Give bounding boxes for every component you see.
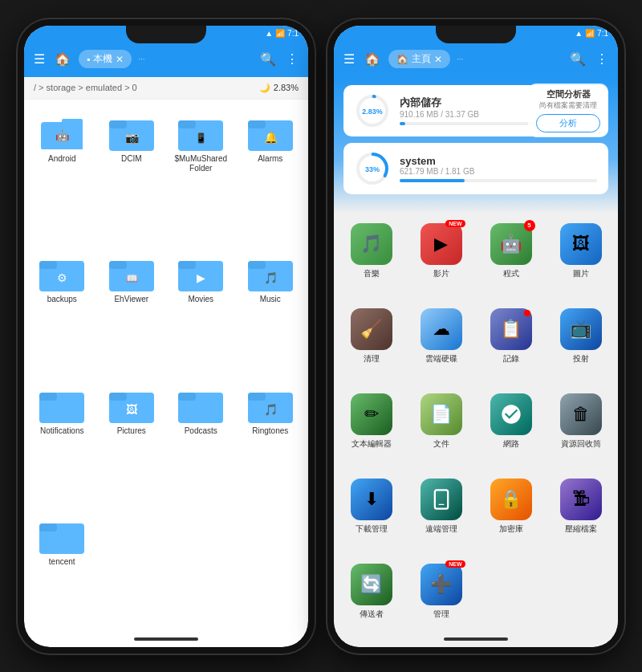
app-encrypt-icon: 🔒 bbox=[490, 479, 532, 520]
search-icon-right[interactable]: 🔍 bbox=[568, 50, 587, 68]
left-phone: ▲ 📶 7:1 ☰ 🏠 ▪ 本機 ✕ ··· 🔍 ⋮ / > storage >… bbox=[18, 19, 315, 654]
folder-music[interactable]: 🎵 Music bbox=[238, 248, 304, 377]
tab-home-close[interactable]: ✕ bbox=[434, 54, 442, 65]
app-clean[interactable]: 🧹 清理 bbox=[339, 305, 404, 385]
app-text-editor-label: 文本編輯器 bbox=[351, 438, 392, 450]
folder-android[interactable]: 🤖 Android bbox=[29, 108, 95, 246]
folder-grid: 🤖 Android 📷 DCIM bbox=[24, 100, 308, 647]
analyzer-title: 空間分析器 bbox=[536, 88, 600, 100]
analyzer-subtitle: 尚有檔案需要清理 bbox=[536, 100, 600, 111]
app-compress[interactable]: 🗜 壓縮檔案 bbox=[548, 475, 613, 556]
app-compress-label: 壓縮檔案 bbox=[565, 523, 597, 535]
folder-ringtones[interactable]: 🎵 Ringtones bbox=[238, 380, 304, 508]
app-trash-label: 資源回收筒 bbox=[561, 438, 601, 450]
app-music[interactable]: 🎵 音樂 bbox=[339, 220, 404, 300]
folder-dcim[interactable]: 📷 DCIM bbox=[99, 108, 165, 246]
app-photos-icon: 🖼 bbox=[560, 223, 602, 265]
system-storage-used: 621.79 MB / 1.81 GB bbox=[400, 167, 597, 176]
app-video[interactable]: ▶ NEW 影片 bbox=[408, 220, 473, 300]
system-storage-circle: 33% bbox=[355, 151, 390, 186]
overflow-icon-left[interactable]: ⋮ bbox=[284, 50, 300, 68]
app-programs[interactable]: 🤖 5 程式 bbox=[478, 220, 543, 300]
app-download[interactable]: ⬇ 下載管理 bbox=[339, 475, 404, 556]
wifi-icon-right: ▲ bbox=[575, 29, 583, 38]
left-screen: ▲ 📶 7:1 ☰ 🏠 ▪ 本機 ✕ ··· 🔍 ⋮ / > storage >… bbox=[24, 26, 308, 647]
menu-icon-right[interactable]: ☰ bbox=[342, 50, 356, 68]
app-text-editor[interactable]: ✏ 文本編輯器 bbox=[339, 390, 404, 470]
top-bar-right: ☰ 🏠 🏠 主頁 ✕ ··· 🔍 ⋮ bbox=[334, 42, 618, 77]
folder-pictures-label: Pictures bbox=[117, 426, 146, 436]
svg-rect-14 bbox=[109, 261, 127, 269]
svg-rect-8 bbox=[248, 120, 266, 128]
folder-tencent[interactable]: tencent bbox=[29, 511, 95, 639]
app-trash-icon: 🗑 bbox=[560, 393, 602, 435]
time-left: 7:1 bbox=[287, 29, 299, 38]
folder-notifications[interactable]: Notifications bbox=[29, 380, 95, 508]
folder-alarms-label: Alarms bbox=[258, 154, 282, 164]
top-bar-left: ☰ 🏠 ▪ 本機 ✕ ··· 🔍 ⋮ bbox=[24, 42, 308, 77]
app-files[interactable]: 📄 文件 bbox=[408, 390, 473, 470]
tab-dots-left: ··· bbox=[138, 55, 144, 63]
svg-text:🔔: 🔔 bbox=[263, 131, 278, 145]
app-network[interactable]: 網路 bbox=[478, 390, 543, 470]
internal-storage-bar bbox=[400, 122, 405, 125]
svg-rect-28 bbox=[178, 393, 196, 401]
storage-section: 空間分析器 尚有檔案需要清理 分析 2.83% 內部儲存 910.16 MB /… bbox=[334, 77, 618, 214]
notch-right bbox=[436, 26, 516, 43]
app-manage[interactable]: ➕ NEW 管理 bbox=[408, 560, 473, 641]
folder-android-label: Android bbox=[48, 154, 75, 164]
badge-dot-records bbox=[524, 310, 530, 316]
folder-ehviewer[interactable]: 📖 EhViewer bbox=[99, 248, 165, 377]
overflow-icon-right[interactable]: ⋮ bbox=[594, 50, 610, 68]
folder-movies[interactable]: ▶ Movies bbox=[168, 248, 234, 377]
folder-alarms[interactable]: 🔔 Alarms bbox=[238, 108, 304, 246]
home-icon-left[interactable]: 🏠 bbox=[53, 50, 72, 68]
app-cloud[interactable]: ☁ 雲端硬碟 bbox=[408, 305, 473, 385]
app-trash[interactable]: 🗑 資源回收筒 bbox=[548, 390, 613, 470]
storage-percent-value: 2.83% bbox=[274, 83, 299, 92]
app-cast[interactable]: 📺 投射 bbox=[548, 305, 613, 385]
folder-podcasts[interactable]: Podcasts bbox=[168, 380, 234, 508]
app-download-icon: ⬇ bbox=[351, 479, 392, 520]
app-manage-label: 管理 bbox=[433, 609, 449, 620]
svg-text:33%: 33% bbox=[365, 165, 380, 173]
tab-icon: ▪ bbox=[87, 54, 90, 65]
badge-num-programs: 5 bbox=[524, 220, 535, 231]
svg-text:📖: 📖 bbox=[125, 272, 137, 284]
notch bbox=[126, 26, 206, 43]
app-sender[interactable]: 🔄 傳送者 bbox=[339, 560, 404, 641]
tab-home[interactable]: 🏠 主頁 ✕ bbox=[388, 50, 450, 68]
app-records[interactable]: 📋 記錄 bbox=[478, 305, 543, 385]
folder-backups[interactable]: ⚙ backups bbox=[29, 248, 95, 377]
folder-pictures[interactable]: 🖼 Pictures bbox=[99, 380, 165, 508]
menu-icon-left[interactable]: ☰ bbox=[32, 50, 47, 68]
tab-local[interactable]: ▪ 本機 ✕ bbox=[79, 50, 132, 68]
app-programs-label: 程式 bbox=[503, 268, 519, 279]
app-sender-icon: 🔄 bbox=[351, 564, 392, 605]
folder-backups-label: backups bbox=[47, 295, 77, 304]
app-encrypt[interactable]: 🔒 加密庫 bbox=[478, 475, 543, 556]
folder-dcim-label: DCIM bbox=[121, 154, 142, 164]
analyze-button[interactable]: 分析 bbox=[536, 114, 600, 132]
folder-mumu[interactable]: 📱 $MuMuShared Folder bbox=[168, 108, 234, 246]
svg-text:📷: 📷 bbox=[124, 131, 139, 145]
svg-text:🎵: 🎵 bbox=[263, 403, 278, 417]
app-cast-icon: 📺 bbox=[560, 308, 602, 350]
app-remote[interactable]: 遠端管理 bbox=[408, 475, 473, 556]
svg-text:🤖: 🤖 bbox=[55, 129, 70, 143]
app-photos[interactable]: 🖼 圖片 bbox=[548, 220, 613, 300]
app-text-editor-icon: ✏ bbox=[351, 393, 392, 435]
app-music-icon: 🎵 bbox=[351, 223, 392, 265]
svg-rect-11 bbox=[39, 261, 57, 269]
app-cloud-icon: ☁ bbox=[421, 308, 462, 350]
svg-text:⚙: ⚙ bbox=[57, 271, 67, 284]
app-manage-icon: ➕ NEW bbox=[421, 564, 462, 605]
tab-close-icon[interactable]: ✕ bbox=[116, 54, 124, 65]
app-records-icon: 📋 bbox=[490, 308, 532, 350]
search-icon-left[interactable]: 🔍 bbox=[258, 50, 278, 68]
app-video-icon: ▶ NEW bbox=[421, 223, 462, 265]
app-cloud-label: 雲端硬碟 bbox=[425, 353, 457, 365]
home-icon-right[interactable]: 🏠 bbox=[363, 50, 382, 68]
app-remote-icon bbox=[421, 479, 462, 520]
breadcrumb-left: / > storage > emulated > 0 🌙 2.83% bbox=[24, 77, 308, 100]
